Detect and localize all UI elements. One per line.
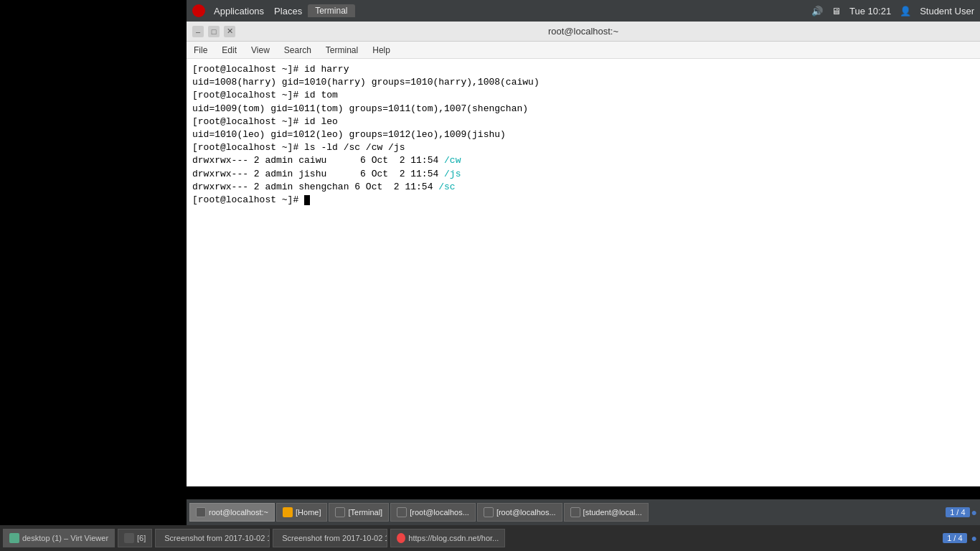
gnome-pager-icon: ● xyxy=(971,507,977,518)
taskbar-label-1: [Home] xyxy=(296,508,321,517)
outer-task-item-4[interactable]: https://blog.csdn.net/hor... xyxy=(390,529,505,547)
gnome-panel-left: Applications Places Terminal xyxy=(192,4,355,18)
left-black-area xyxy=(0,0,187,525)
taskbar-icon-3 xyxy=(397,507,407,517)
outer-task-label-3: Screenshot from 2017-10-02 1... xyxy=(282,534,387,542)
outer-pager-num: 1 / 4 xyxy=(943,533,966,543)
gnome-time: Tue 10:21 xyxy=(849,6,891,17)
terminal-menu-view[interactable]: View xyxy=(248,44,273,56)
line-1: [root@localhost ~]# id harry xyxy=(192,63,974,76)
gnome-panel: Applications Places Terminal 🔊 🖥 Tue 10:… xyxy=(187,0,980,22)
line-9: drwxrwx--- 2 admin jishu 6 Oct 2 11:54 /… xyxy=(192,168,974,181)
outer-task-label-2: Screenshot from 2017-10-02 1... xyxy=(164,534,270,542)
terminal-menu-file[interactable]: File xyxy=(191,44,210,56)
gnome-volume-icon: 🔊 xyxy=(811,6,823,17)
taskbar-item-2[interactable]: [Terminal] xyxy=(329,503,389,522)
terminal-menu-edit[interactable]: Edit xyxy=(219,44,240,56)
taskbar-label-3: [root@localhos... xyxy=(410,508,469,517)
outer-task-item-0[interactable]: desktop (1) – Virt Viewer xyxy=(3,529,115,547)
line-7: [root@localhost ~]# ls -ld /sc /cw /js xyxy=(192,141,974,154)
outer-task-label-0: desktop (1) – Virt Viewer xyxy=(22,534,108,542)
terminal-menu-help[interactable]: Help xyxy=(369,44,393,56)
line-2: uid=1008(harry) gid=1010(harry) groups=1… xyxy=(192,76,974,89)
terminal-cursor xyxy=(304,195,310,205)
taskbar-icon-5 xyxy=(570,507,580,517)
line-8: drwxrwx--- 2 admin caiwu 6 Oct 2 11:54 /… xyxy=(192,154,974,167)
gnome-places-menu[interactable]: Places xyxy=(270,4,306,18)
gnome-applications-menu[interactable]: Applications xyxy=(209,4,268,18)
outer-task-item-3[interactable]: Screenshot from 2017-10-02 1... xyxy=(273,529,387,547)
outer-pager-icon: ● xyxy=(971,532,977,544)
gnome-network-icon: 🖥 xyxy=(831,6,841,17)
terminal-maximize-button[interactable]: □ xyxy=(208,26,220,37)
taskbar-item-5[interactable]: [student@local... xyxy=(564,503,649,522)
gnome-taskbar: root@localhost:~ [Home] [Terminal] [root… xyxy=(187,499,980,525)
terminal-menu-terminal[interactable]: Terminal xyxy=(323,44,361,56)
taskbar-item-1[interactable]: [Home] xyxy=(276,503,327,522)
taskbar-icon-0 xyxy=(196,507,206,517)
terminal-win-buttons: – □ ✕ xyxy=(192,26,235,37)
outer-taskbar-right: 1 / 4 ● xyxy=(943,532,977,544)
line-5: [root@localhost ~]# id leo xyxy=(192,116,974,128)
taskbar-icon-4 xyxy=(484,507,494,517)
outer-task-item-1[interactable]: [6] xyxy=(118,529,152,547)
outer-taskbar: desktop (1) – Virt Viewer [6] Screenshot… xyxy=(0,525,980,551)
outer-task-icon-1 xyxy=(124,533,134,543)
terminal-menubar: File Edit View Search Terminal Help xyxy=(187,42,980,59)
terminal-title: root@localhost:~ xyxy=(235,26,931,37)
taskbar-label-2: [Terminal] xyxy=(348,508,382,517)
gnome-pager-num[interactable]: 1 / 4 xyxy=(946,507,969,517)
taskbar-label-4: [root@localhos... xyxy=(496,508,556,517)
outer-task-item-2[interactable]: Screenshot from 2017-10-02 1... xyxy=(155,529,270,547)
taskbar-icon-1 xyxy=(283,507,293,517)
terminal-content[interactable]: [root@localhost ~]# id harry uid=1008(ha… xyxy=(187,59,980,486)
gnome-panel-right: 🔊 🖥 Tue 10:21 👤 Student User xyxy=(811,6,974,17)
taskbar-label-5: [student@local... xyxy=(583,508,642,517)
terminal-menu-search[interactable]: Search xyxy=(281,44,314,56)
terminal-close-button[interactable]: ✕ xyxy=(224,26,235,37)
taskbar-label-0: root@localhost:~ xyxy=(209,508,268,517)
taskbar-item-3[interactable]: [root@localhos... xyxy=(390,503,476,522)
gnome-terminal-menu[interactable]: Terminal xyxy=(308,4,354,17)
line-6: uid=1010(leo) gid=1012(leo) groups=1012(… xyxy=(192,128,974,141)
terminal-window: – □ ✕ root@localhost:~ File Edit View Se… xyxy=(187,22,980,486)
taskbar-item-4[interactable]: [root@localhos... xyxy=(477,503,562,522)
line-3: [root@localhost ~]# id tom xyxy=(192,89,974,102)
gnome-apps-icon xyxy=(192,4,205,17)
gnome-user-icon: 👤 xyxy=(900,6,911,17)
line-4: uid=1009(tom) gid=1011(tom) groups=1011(… xyxy=(192,103,974,116)
outer-task-icon-0 xyxy=(9,533,19,543)
gnome-pager: 1 / 4 ● xyxy=(946,507,977,518)
taskbar-item-0[interactable]: root@localhost:~ xyxy=(189,503,275,522)
line-11: [root@localhost ~]# xyxy=(192,194,974,207)
gnome-user-label[interactable]: Student User xyxy=(920,6,974,17)
terminal-titlebar: – □ ✕ root@localhost:~ xyxy=(187,22,980,42)
terminal-minimize-button[interactable]: – xyxy=(192,26,204,37)
outer-task-label-4: https://blog.csdn.net/hor... xyxy=(408,534,499,542)
outer-task-label-1: [6] xyxy=(137,534,146,542)
taskbar-icon-2 xyxy=(335,507,345,517)
line-10: drwxrwx--- 2 admin shengchan 6 Oct 2 11:… xyxy=(192,181,974,194)
outer-task-icon-4 xyxy=(397,533,405,543)
